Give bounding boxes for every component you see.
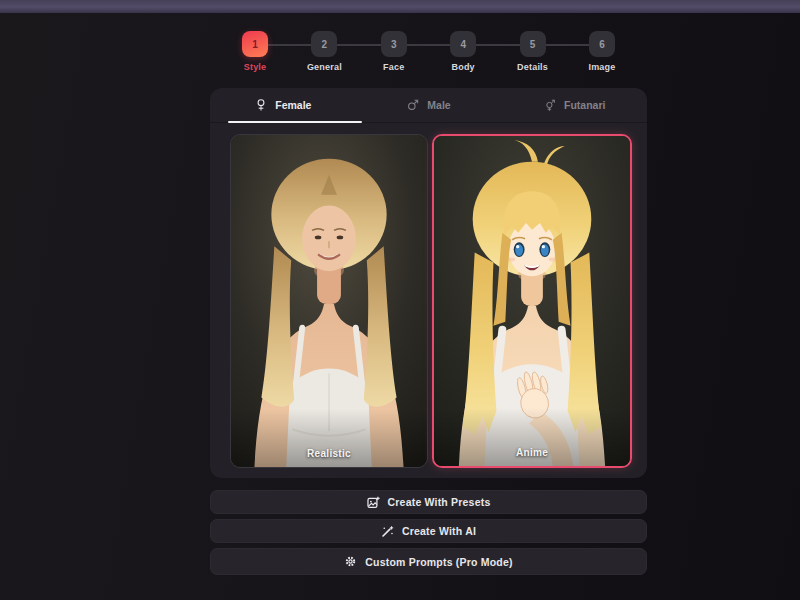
step-style-label: Style — [244, 62, 267, 72]
image-plus-icon — [367, 496, 380, 509]
step-body[interactable]: 4 Body — [430, 31, 496, 77]
step-details-badge[interactable]: 5 — [520, 31, 546, 57]
custom-prompts-pro-mode-label: Custom Prompts (Pro Mode) — [365, 556, 512, 568]
step-style[interactable]: 1 Style — [222, 31, 288, 77]
tab-male-label: Male — [427, 99, 450, 111]
step-image-label: Image — [588, 62, 615, 72]
wizard-stepper: 1 Style 2 General 3 Face 4 Body 5 Detail… — [210, 31, 647, 77]
style-card-anime[interactable]: Anime — [432, 134, 632, 468]
step-face-label: Face — [383, 62, 404, 72]
browser-top-strip — [0, 0, 800, 13]
anime-card-label: Anime — [434, 447, 630, 458]
tab-futanari[interactable]: Futanari — [501, 88, 647, 122]
step-general-badge[interactable]: 2 — [311, 31, 337, 57]
magic-wand-icon — [381, 525, 394, 538]
step-style-badge[interactable]: 1 — [242, 31, 268, 57]
futanari-symbol-icon — [543, 98, 557, 112]
custom-prompts-pro-mode-button[interactable]: Custom Prompts (Pro Mode) — [210, 548, 647, 575]
create-with-ai-label: Create With AI — [402, 525, 476, 537]
step-general-label: General — [307, 62, 342, 72]
tab-female[interactable]: Female — [210, 88, 356, 122]
step-image[interactable]: 6 Image — [569, 31, 635, 77]
gender-tabbar: Female Male Futanari — [210, 88, 647, 123]
step-details-label: Details — [517, 62, 548, 72]
male-symbol-icon — [406, 98, 420, 112]
step-details[interactable]: 5 Details — [500, 31, 566, 77]
create-with-presets-label: Create With Presets — [388, 496, 491, 508]
tab-futanari-label: Futanari — [564, 99, 605, 111]
tab-female-label: Female — [275, 99, 311, 111]
step-face[interactable]: 3 Face — [361, 31, 427, 77]
style-card-row: Realistic — [230, 134, 632, 468]
create-with-presets-button[interactable]: Create With Presets — [210, 490, 647, 514]
realistic-card-label: Realistic — [231, 448, 427, 459]
step-body-label: Body — [452, 62, 475, 72]
step-face-badge[interactable]: 3 — [381, 31, 407, 57]
style-selection-panel: Female Male Futanari — [210, 88, 647, 478]
tab-male[interactable]: Male — [356, 88, 502, 122]
create-with-ai-button[interactable]: Create With AI — [210, 519, 647, 543]
app-window: 1 Style 2 General 3 Face 4 Body 5 Detail… — [0, 0, 800, 600]
gear-icon — [344, 555, 357, 568]
female-symbol-icon — [254, 98, 268, 112]
style-card-realistic[interactable]: Realistic — [230, 134, 428, 468]
step-image-badge[interactable]: 6 — [589, 31, 615, 57]
step-body-badge[interactable]: 4 — [450, 31, 476, 57]
step-general[interactable]: 2 General — [291, 31, 357, 77]
active-tab-underline — [228, 121, 362, 123]
